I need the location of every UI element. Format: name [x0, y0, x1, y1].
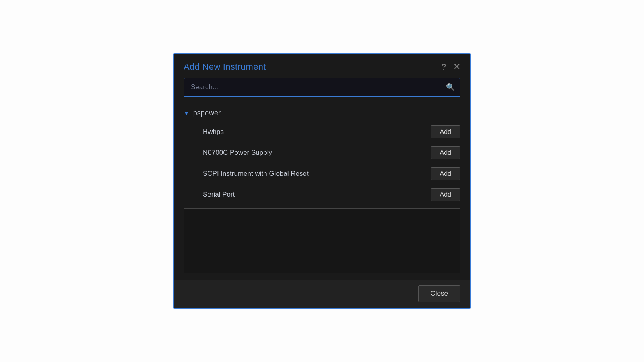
search-input[interactable] — [184, 78, 460, 97]
help-icon[interactable]: ? — [442, 62, 446, 72]
add-instrument-dialog: Add New Instrument ? ✕ 🔍 ▼ pspower Hwhps… — [173, 53, 471, 309]
add-button-serial-port[interactable]: Add — [431, 188, 460, 201]
chevron-down-icon: ▼ — [184, 110, 189, 117]
list-item: N6700C Power Supply Add — [184, 142, 460, 163]
add-button-scpi[interactable]: Add — [431, 167, 460, 180]
search-container: 🔍 — [184, 78, 460, 97]
list-item: Hwhps Add — [184, 121, 460, 142]
list-item: SCPI Instrument with Global Reset Add — [184, 163, 460, 184]
instrument-name: Serial Port — [203, 191, 235, 199]
overlay: Add New Instrument ? ✕ 🔍 ▼ pspower Hwhps… — [0, 0, 644, 362]
list-item: Serial Port Add — [184, 184, 460, 205]
instrument-list: ▼ pspower Hwhps Add N6700C Power Supply … — [184, 105, 460, 205]
header-actions: ? ✕ — [442, 62, 460, 72]
category-name: pspower — [193, 109, 221, 117]
empty-area — [184, 209, 460, 273]
dialog-footer: Close — [174, 280, 470, 308]
close-x-icon[interactable]: ✕ — [453, 62, 460, 72]
instrument-name: Hwhps — [203, 128, 224, 136]
add-button-n6700c[interactable]: Add — [431, 146, 460, 159]
close-button[interactable]: Close — [418, 285, 460, 302]
category-row[interactable]: ▼ pspower — [184, 105, 460, 121]
instrument-name: N6700C Power Supply — [203, 149, 272, 157]
dialog-header: Add New Instrument ? ✕ — [174, 54, 470, 78]
add-button-hwhps[interactable]: Add — [431, 125, 460, 138]
dialog-body: 🔍 ▼ pspower Hwhps Add N6700C Power Suppl… — [174, 78, 470, 280]
dialog-title: Add New Instrument — [184, 62, 266, 72]
instrument-name: SCPI Instrument with Global Reset — [203, 170, 309, 178]
